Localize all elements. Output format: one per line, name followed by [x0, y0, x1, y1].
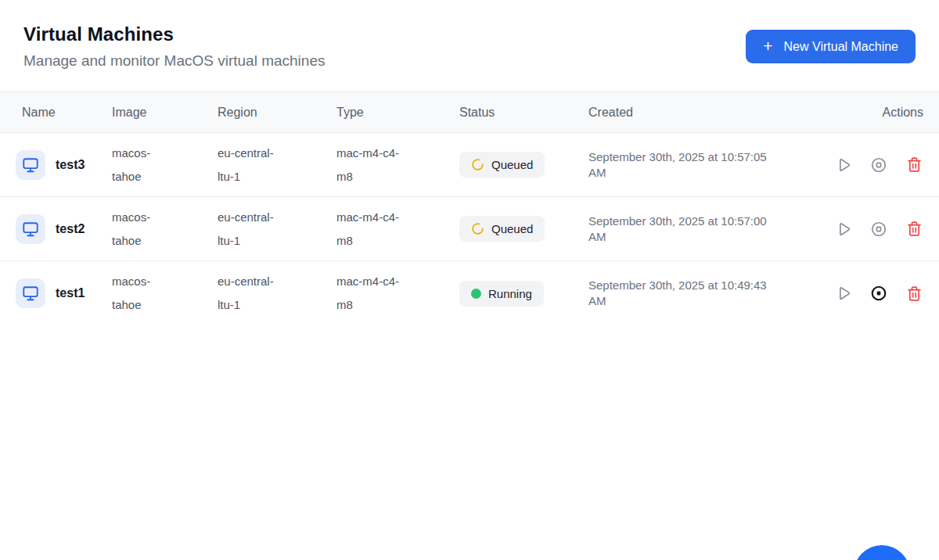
vm-actions-cell [788, 156, 923, 174]
vm-region-cell: eu-central-ltu-1 [218, 142, 336, 188]
vm-status-cell: Queued [459, 216, 588, 242]
vm-type-cell: mac-m4-c4-m8 [336, 270, 459, 317]
status-badge: Running [459, 281, 544, 307]
vm-image-cell: macos-tahoe [112, 142, 218, 188]
trash-icon[interactable] [905, 220, 923, 239]
monitor-icon [16, 278, 45, 308]
vm-region-cell: eu-central-ltu-1 [218, 206, 336, 253]
vm-type-cell: mac-m4-c4-m8 [336, 142, 459, 188]
vm-table-row: test3 macos-tahoe eu-central-ltu-1 mac-m… [0, 133, 939, 197]
vm-region-cell: eu-central-ltu-1 [218, 270, 336, 317]
floating-action-button[interactable] [854, 545, 910, 560]
spinner-icon [471, 158, 484, 171]
vm-created-cell: September 30th, 2025 at 10:57:00 AM [588, 214, 776, 245]
vm-created-cell: September 30th, 2025 at 10:57:05 AM [588, 149, 776, 181]
vm-actions-cell [788, 284, 923, 303]
monitor-icon [16, 214, 45, 244]
new-virtual-machine-button[interactable]: + New Virtual Machine [746, 30, 916, 63]
page-header: Virtual Machines Manage and monitor MacO… [0, 0, 939, 92]
column-header-created: Created [588, 106, 788, 120]
vm-table-row: test1 macos-tahoe eu-central-ltu-1 mac-m… [0, 261, 939, 325]
status-label: Running [488, 287, 532, 300]
column-header-name: Name [16, 106, 112, 120]
vm-table-body: test3 macos-tahoe eu-central-ltu-1 mac-m… [0, 133, 939, 325]
vm-image-cell: macos-tahoe [112, 270, 218, 317]
vm-image-cell: macos-tahoe [112, 206, 218, 253]
vm-table-row: test2 macos-tahoe eu-central-ltu-1 mac-m… [0, 197, 939, 261]
column-header-type: Type [336, 106, 459, 120]
status-badge: Queued [459, 216, 545, 242]
play-icon[interactable] [834, 156, 853, 174]
vm-name: test3 [56, 158, 85, 172]
trash-icon[interactable] [905, 284, 923, 303]
page-header-text: Virtual Machines Manage and monitor MacO… [23, 23, 325, 70]
stop-icon[interactable] [869, 156, 888, 174]
monitor-icon [16, 150, 45, 180]
plus-icon: + [763, 38, 772, 54]
play-icon[interactable] [834, 284, 853, 303]
status-label: Queued [491, 222, 533, 235]
vm-name-cell: test2 [16, 214, 112, 244]
vm-type-cell: mac-m4-c4-m8 [336, 206, 459, 253]
stop-icon[interactable] [869, 220, 888, 239]
vm-created-cell: September 30th, 2025 at 10:49:43 AM [588, 278, 776, 309]
table-header-row: Name Image Region Type Status Created Ac… [0, 92, 939, 133]
vm-status-cell: Queued [459, 152, 588, 178]
new-virtual-machine-button-label: New Virtual Machine [784, 40, 898, 54]
green-dot-icon [471, 289, 481, 299]
status-label: Queued [491, 158, 533, 171]
column-header-image: Image [112, 106, 218, 120]
spinner-icon [471, 222, 484, 235]
column-header-status: Status [459, 106, 588, 120]
trash-icon[interactable] [905, 156, 923, 174]
status-badge: Queued [459, 152, 545, 178]
vm-name: test2 [56, 222, 85, 236]
vm-name-cell: test3 [16, 150, 112, 180]
column-header-actions: Actions [788, 106, 923, 120]
column-header-region: Region [218, 106, 336, 120]
vm-name-cell: test1 [16, 278, 112, 308]
vm-name: test1 [56, 286, 85, 300]
vm-actions-cell [788, 220, 923, 239]
page-subtitle: Manage and monitor MacOS virtual machine… [23, 52, 325, 70]
page-title: Virtual Machines [23, 23, 325, 45]
stop-icon[interactable] [869, 284, 888, 303]
vm-status-cell: Running [459, 281, 588, 307]
vm-table: Name Image Region Type Status Created Ac… [0, 92, 939, 325]
play-icon[interactable] [834, 220, 853, 239]
